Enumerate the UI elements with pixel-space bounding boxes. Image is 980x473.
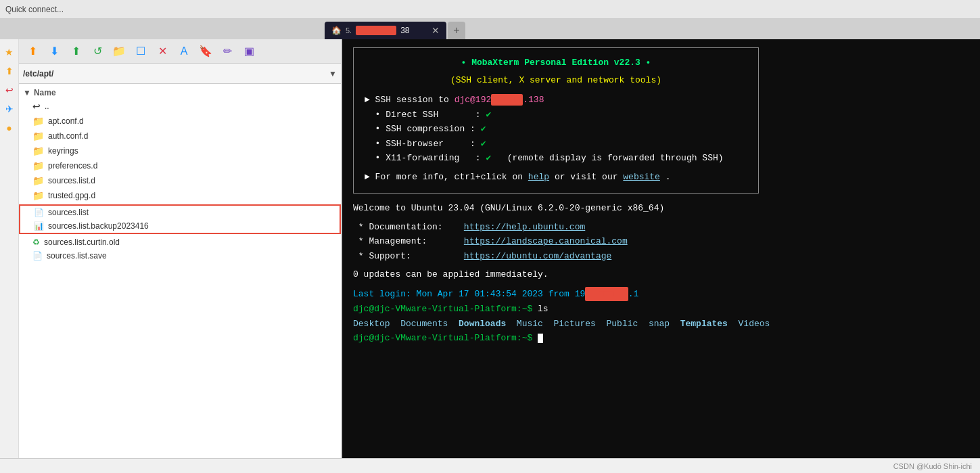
- file-blue-icon2: 📄: [32, 251, 43, 261]
- sidebar-icon-arrow[interactable]: ↩: [2, 83, 17, 97]
- ls-command-line: djc@djc-VMware-Virtual-Platform:~$ ls: [353, 302, 969, 316]
- sidebar-icon-send[interactable]: ✈: [2, 102, 17, 116]
- file-browser-panel: ⬆ ⬇ ⬆ ↺ 📁 ☐ ✕ A 🔖 ✏ ▣ /etc/apt/ ▼ ▼ Name: [19, 39, 342, 458]
- current-path: /etc/apt/: [23, 69, 326, 78]
- tree-item-sourceslistbackup[interactable]: 📊 sources.list.backup2023416: [20, 219, 340, 233]
- folder-icon: 📁: [32, 160, 44, 171]
- ssh-session-line: ► SSH session to djc@192■■■■■.138: [365, 93, 747, 107]
- tab-suffix: 38: [400, 26, 409, 35]
- toolbar-newfolder-btn[interactable]: 📁: [110, 43, 129, 60]
- toolbar-rename-btn[interactable]: A: [174, 43, 193, 60]
- toolbar-upload-btn[interactable]: ⬆: [23, 43, 42, 60]
- website-link[interactable]: website: [623, 172, 660, 182]
- top-bar: Quick connect...: [0, 0, 980, 19]
- folder-icon: 📁: [32, 190, 44, 201]
- tree-item-sourceslistsave[interactable]: 📄 sources.list.save: [19, 249, 341, 263]
- file-tree: ▼ Name ↩ .. 📁 apt.conf.d 📁 auth.conf.d 📁…: [19, 84, 341, 458]
- toolbar-terminal-btn[interactable]: ▣: [239, 43, 258, 60]
- tree-item-label: auth.conf.d: [48, 131, 88, 141]
- sidebar-icon-circle[interactable]: ●: [2, 120, 17, 135]
- file-browser-toolbar: ⬆ ⬇ ⬆ ↺ 📁 ☐ ✕ A 🔖 ✏ ▣: [19, 39, 341, 64]
- toolbar-delete-btn[interactable]: ✕: [153, 43, 172, 60]
- tree-item-sourceslist[interactable]: 📄 sources.list: [20, 206, 340, 219]
- folder-icon: 📁: [32, 116, 44, 127]
- path-dropdown-icon[interactable]: ▼: [329, 69, 337, 78]
- ssh-user: djc@192: [454, 95, 492, 105]
- tree-item-sourceslistd[interactable]: 📁 sources.list.d: [19, 173, 341, 188]
- sidebar-icons: ★ ⬆ ↩ ✈ ●: [0, 39, 19, 458]
- ssh-ip-redacted: ■■■■■: [491, 94, 523, 106]
- cursor: [538, 334, 543, 343]
- bottom-bar: CSDN @Kudō Shin-ichi: [0, 458, 980, 473]
- welcome-subtitle: (SSH client, X server and network tools): [365, 74, 747, 87]
- ls-output-line: Desktop Documents Downloads Music Pictur…: [353, 317, 969, 331]
- tree-item-label: sources.list.backup2023416: [48, 221, 149, 231]
- updates-line: 0 updates can be applied immediately.: [353, 268, 969, 281]
- login-ip-redacted: ■■■: [585, 287, 628, 302]
- folder-icon: 📁: [32, 131, 44, 141]
- tree-item-label: sources.list.d: [48, 176, 95, 185]
- welcome-title: • MobaXterm Personal Edition v22.3 •: [365, 56, 747, 70]
- welcome-box: • MobaXterm Personal Edition v22.3 • (SS…: [353, 47, 759, 194]
- tree-item-label: trusted.gpg.d: [48, 191, 95, 200]
- folder-icon: 📁: [32, 175, 44, 186]
- toolbar-select-btn[interactable]: ☐: [131, 43, 150, 60]
- ssh-ip-suffix: .138: [523, 95, 544, 105]
- tab-home-icon: 🏠: [331, 26, 342, 35]
- tree-item-label: preferences.d: [48, 161, 97, 171]
- tab-close-button[interactable]: ✕: [431, 25, 440, 36]
- tree-item-keyrings[interactable]: 📁 keyrings: [19, 143, 341, 158]
- tree-item-authconfd[interactable]: 📁 auth.conf.d: [19, 129, 341, 143]
- tree-item-label: apt.conf.d: [48, 116, 84, 126]
- ssh-prefix: ► SSH session to: [365, 95, 454, 105]
- toolbar-download-btn[interactable]: ⬇: [45, 43, 64, 60]
- tree-item-label: sources.list.save: [47, 251, 107, 261]
- file-refresh-icon: ♻: [32, 238, 40, 247]
- terminal-content[interactable]: • MobaXterm Personal Edition v22.3 • (SS…: [342, 39, 980, 458]
- last-login-line: Last login: Mon Apr 17 01:43:54 2023 fro…: [353, 287, 969, 302]
- sidebar-icon-upload[interactable]: ⬆: [2, 64, 17, 78]
- session-tab[interactable]: 🏠 5. 38 ✕: [325, 22, 446, 39]
- watermark: CSDN @Kudō Shin-ichi: [893, 462, 972, 470]
- folder-icon: 📁: [32, 145, 44, 156]
- tab-title-redacted: [356, 26, 396, 35]
- file-blue-icon: 📄: [34, 208, 44, 217]
- highlighted-files-group: 📄 sources.list 📊 sources.list.backup2023…: [19, 204, 341, 234]
- toolbar-upload2-btn[interactable]: ⬆: [66, 43, 85, 60]
- tree-item-label: ..: [45, 102, 49, 111]
- tab-number: 5.: [346, 26, 352, 35]
- final-prompt-line: djc@djc-VMware-Virtual-Platform:~$: [353, 332, 969, 345]
- for-more-line: ► For more info, ctrl+click on help or v…: [365, 171, 747, 184]
- file-green-icon: 📊: [34, 221, 44, 231]
- quick-connect-label[interactable]: Quick connect...: [5, 5, 64, 14]
- tab-bar: 🏠 5. 38 ✕ +: [0, 19, 980, 39]
- ssh-compression-line: • SSH compression : ✔: [365, 122, 747, 136]
- management-line: * Management: https://landscape.canonica…: [353, 235, 969, 248]
- tree-expand-icon: ▼: [23, 88, 31, 97]
- management-link[interactable]: https://landscape.canonical.com: [464, 236, 628, 246]
- support-link[interactable]: https://ubuntu.com/advantage: [464, 251, 611, 261]
- tree-item-preferencesd[interactable]: 📁 preferences.d: [19, 158, 341, 173]
- tree-header: ▼ Name: [19, 87, 341, 99]
- tree-item-trustedgpgd[interactable]: 📁 trusted.gpg.d: [19, 188, 341, 203]
- toolbar-bookmark-btn[interactable]: 🔖: [196, 43, 215, 60]
- tree-item-label: sources.list.curtin.old: [44, 238, 120, 247]
- docs-line: * Documentation: https://help.ubuntu.com: [353, 221, 969, 234]
- tree-item-aptconfd[interactable]: 📁 apt.conf.d: [19, 114, 341, 129]
- sidebar-icon-star[interactable]: ★: [2, 45, 17, 60]
- toolbar-edit-btn[interactable]: ✏: [218, 43, 237, 60]
- tree-item-dotdot[interactable]: ↩ ..: [19, 99, 341, 114]
- support-line: * Support: https://ubuntu.com/advantage: [353, 250, 969, 263]
- tree-item-label: sources.list: [48, 208, 89, 217]
- toolbar-refresh-btn[interactable]: ↺: [88, 43, 107, 60]
- tree-item-sourceslistcurtinold[interactable]: ♻ sources.list.curtin.old: [19, 235, 341, 249]
- help-link[interactable]: help: [528, 172, 549, 182]
- new-tab-button[interactable]: +: [448, 22, 465, 39]
- docs-link[interactable]: https://help.ubuntu.com: [464, 222, 585, 232]
- tree-item-label: keyrings: [48, 146, 78, 156]
- path-bar[interactable]: /etc/apt/ ▼: [19, 64, 341, 84]
- terminal-panel: • MobaXterm Personal Edition v22.3 • (SS…: [342, 39, 980, 458]
- tree-column-name: Name: [34, 88, 56, 97]
- direct-ssh-line: • Direct SSH : ✔: [365, 108, 747, 122]
- ssh-browser-line: • SSH-browser : ✔: [365, 137, 747, 151]
